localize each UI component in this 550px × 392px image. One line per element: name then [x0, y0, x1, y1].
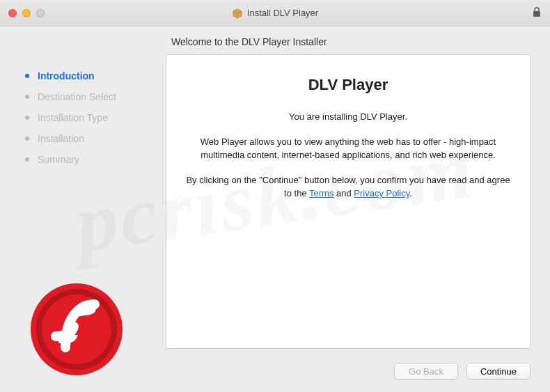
consent-suffix: . — [409, 188, 412, 198]
consent-and: and — [333, 188, 354, 198]
step-label: Installation — [38, 133, 84, 144]
installer-window: Install DLV Player Welcome to the DLV Pl… — [0, 0, 550, 392]
step-destination-select: Destination Select — [25, 86, 159, 107]
step-summary: Summary — [25, 149, 159, 170]
step-label: Installation Type — [38, 112, 108, 123]
panel-consent: By clicking on the "Continue" button bel… — [186, 173, 510, 201]
terms-link[interactable]: Terms — [309, 188, 333, 198]
installer-subtitle: Welcome to the DLV Player Installer — [0, 26, 550, 54]
flash-player-icon — [28, 281, 125, 378]
bullet-icon — [25, 157, 29, 162]
step-introduction: Introduction — [25, 65, 159, 86]
bullet-icon — [25, 136, 29, 141]
traffic-lights — [8, 9, 45, 17]
window-title: Install DLV Player — [247, 8, 318, 18]
step-installation-type: Installation Type — [25, 107, 159, 128]
panel-heading: DLV Player — [186, 73, 510, 96]
maximize-window-button — [36, 9, 45, 17]
svg-rect-0 — [533, 11, 540, 17]
package-icon — [232, 8, 243, 19]
step-label: Destination Select — [38, 91, 116, 102]
bullet-icon — [25, 116, 29, 120]
bullet-icon — [25, 95, 29, 99]
privacy-policy-link[interactable]: Privacy Policy — [354, 188, 409, 198]
step-label: Summary — [38, 154, 79, 165]
step-label: Introduction — [38, 70, 95, 81]
step-installation: Installation — [25, 128, 159, 149]
panel-line: Web Player allows you to view anything t… — [186, 135, 510, 162]
minimize-window-button[interactable] — [22, 9, 31, 17]
continue-button[interactable]: Continue — [466, 363, 531, 379]
lock-icon — [532, 6, 542, 20]
panel-line: You are installing DLV Player. — [186, 110, 510, 124]
go-back-button: Go Back — [394, 363, 458, 379]
close-window-button[interactable] — [8, 9, 17, 17]
titlebar: Install DLV Player — [0, 0, 550, 26]
content-panel: DLV Player You are installing DLV Player… — [166, 54, 531, 349]
bullet-icon — [25, 74, 29, 78]
